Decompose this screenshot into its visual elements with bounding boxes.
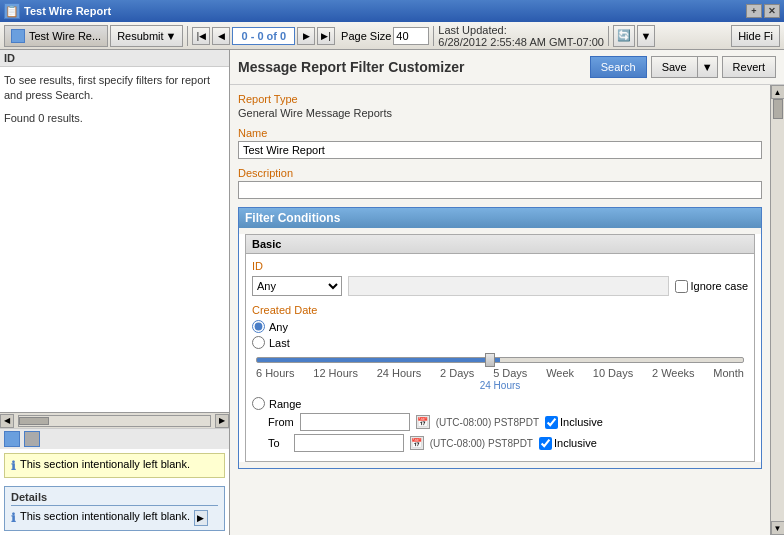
revert-button[interactable]: Revert [722,56,776,78]
page-size-label: Page Size [341,30,391,42]
v-scroll-track[interactable] [772,99,784,521]
name-input[interactable] [238,141,762,159]
any-radio[interactable] [252,320,265,333]
resubmit-arrow: ▼ [166,30,177,42]
label-6h: 6 Hours [256,367,295,379]
search-button[interactable]: Search [590,56,647,78]
window-title: Test Wire Report [24,5,111,17]
resubmit-button[interactable]: Resubmit ▼ [110,25,183,47]
any-radio-label: Any [269,321,288,333]
description-input[interactable] [238,181,762,199]
action-icon-2[interactable] [24,431,40,447]
label-month: Month [713,367,744,379]
details-expand-button[interactable]: ▶ [194,510,208,526]
from-inclusive-checkbox[interactable] [545,416,558,429]
ignore-case-label: Ignore case [675,280,748,293]
last-updated-label: Last Updated: [438,24,507,36]
time-slider-container: 6 Hours 12 Hours 24 Hours 2 Days 5 Days … [252,357,748,391]
basic-body: ID Any Equals Contains Starts with [246,254,754,461]
from-tz: (UTC-08:00) PST8PDT [436,417,539,428]
page-counter: 0 - 0 of 0 [232,27,295,45]
label-12h: 12 Hours [313,367,358,379]
scroll-right[interactable]: ▶ [215,414,229,428]
nav-prev-button[interactable]: ◀ [212,27,230,45]
slider-current: 24 Hours [256,380,744,391]
save-dropdown-arrow[interactable]: ▼ [698,56,718,78]
details-text: This section intentionally left blank. [20,510,190,522]
from-row: From 📅 (UTC-08:00) PST8PDT Inclusive [268,413,748,431]
scroll-down[interactable]: ▼ [771,521,785,535]
v-scrollbar: ▲ ▼ [770,85,784,535]
last-radio-label: Last [269,337,290,349]
ignore-case-text: Ignore case [691,280,748,292]
to-inclusive-text: Inclusive [554,437,597,449]
filter-title: Message Report Filter Customizer [238,59,464,75]
found-results: Found 0 results. [0,110,229,128]
label-5d: 5 Days [493,367,527,379]
name-label: Name [238,127,762,139]
add-button[interactable]: + [746,4,762,18]
scroll-up[interactable]: ▲ [771,85,785,99]
page-size-input[interactable] [393,27,429,45]
id-label: ID [252,260,748,272]
scrollbar-thumb[interactable] [19,417,49,425]
toolbar: Test Wire Re... Resubmit ▼ |◀ ◀ 0 - 0 of… [0,22,784,50]
filter-header: Message Report Filter Customizer Search … [230,50,784,85]
to-inclusive-checkbox[interactable] [539,437,552,450]
nav-last-button[interactable]: ▶| [317,27,335,45]
slider-labels: 6 Hours 12 Hours 24 Hours 2 Days 5 Days … [256,367,744,379]
right-panel-inner: Report Type General Wire Message Reports… [230,85,784,535]
scrollbar-track[interactable] [18,415,211,427]
description-group: Description [238,167,762,199]
separator-3 [608,26,609,46]
panel-spacer [0,128,229,412]
last-updated: Last Updated: 6/28/2012 2:55:48 AM GMT-0… [438,24,604,48]
to-row: To 📅 (UTC-08:00) PST8PDT Inclusive [268,434,748,452]
tab-label: Test Wire Re... [29,30,101,42]
nav-first-button[interactable]: |◀ [192,27,210,45]
range-radio[interactable] [252,397,265,410]
close-button[interactable]: ✕ [764,4,780,18]
description-label: Description [238,167,762,179]
id-row: Any Equals Contains Starts with [252,276,748,296]
ignore-case-checkbox[interactable] [675,280,688,293]
report-type-value: General Wire Message Reports [238,107,762,119]
dropdown-arrow-button[interactable]: ▼ [637,25,655,47]
action-icon-1[interactable] [4,431,20,447]
to-tz: (UTC-08:00) PST8PDT [430,438,533,449]
created-date-label: Created Date [252,304,748,316]
to-calendar-icon[interactable]: 📅 [410,436,424,450]
slider-track [256,357,744,363]
last-updated-value: 6/28/2012 2:55:48 AM GMT-07:00 [438,36,604,48]
info-icon: ℹ [11,459,16,473]
id-input[interactable] [348,276,669,296]
id-select[interactable]: Any Equals Contains Starts with [252,276,342,296]
details-panel: Details ℹ This section intentionally lef… [4,486,225,531]
name-group: Name [238,127,762,159]
slider-thumb[interactable] [485,353,495,367]
info-section: ℹ This section intentionally left blank. [4,453,225,478]
filter-conditions-title: Filter Conditions [239,208,761,228]
from-label: From [268,416,294,428]
from-input[interactable] [300,413,410,431]
from-calendar-icon[interactable]: 📅 [416,415,430,429]
save-button[interactable]: Save [651,56,698,78]
main-content: ID To see results, first specify filters… [0,50,784,535]
hide-fi-button[interactable]: Hide Fi [731,25,780,47]
h-scrollbar[interactable]: ◀ ▶ [0,412,229,428]
last-radio[interactable] [252,336,265,349]
column-header: ID [0,50,229,67]
to-input[interactable] [294,434,404,452]
scroll-left[interactable]: ◀ [0,414,14,428]
app-icon: 📋 [4,3,20,19]
nav-next-button[interactable]: ▶ [297,27,315,45]
range-label: Range [269,398,301,410]
v-scroll-thumb[interactable] [773,99,783,119]
from-inclusive-label: Inclusive [545,416,603,429]
to-label: To [268,437,280,449]
filter-actions: Search Save ▼ Revert [590,56,776,78]
refresh-button[interactable]: 🔄 [613,25,635,47]
range-section: Range From 📅 (UT [252,397,748,452]
tab-test-wire[interactable]: Test Wire Re... [4,25,108,47]
range-radio-row: Range [252,397,748,410]
